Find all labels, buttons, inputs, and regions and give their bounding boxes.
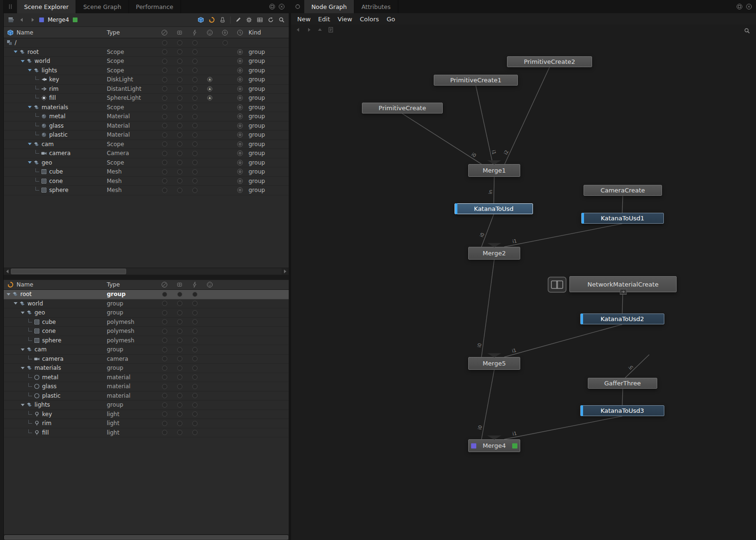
tree-row-slash[interactable]: / bbox=[4, 38, 289, 48]
up-arrow-icon[interactable] bbox=[317, 26, 323, 33]
toggle-circle[interactable] bbox=[177, 188, 182, 193]
toggle-circle[interactable] bbox=[177, 123, 182, 128]
tab-attributes[interactable]: Attributes bbox=[354, 0, 398, 13]
toggle-circle[interactable] bbox=[192, 319, 198, 324]
toggle-circle[interactable] bbox=[177, 96, 182, 101]
doc-icon[interactable] bbox=[327, 26, 334, 33]
expander-icon[interactable] bbox=[21, 312, 25, 314]
type-column-header[interactable]: Type bbox=[107, 29, 157, 36]
toggle-circle[interactable] bbox=[192, 310, 198, 315]
node-primitivecreate[interactable]: PrimitiveCreate bbox=[362, 103, 443, 113]
toggle-circle[interactable] bbox=[162, 402, 167, 408]
tree-row-world[interactable]: worldScopegroup bbox=[4, 57, 289, 66]
node-merge5[interactable]: Merge5 bbox=[468, 357, 520, 370]
toggle-circle[interactable] bbox=[162, 375, 167, 380]
cube-blue-icon[interactable] bbox=[198, 17, 204, 23]
explorer-hscrollbar[interactable] bbox=[4, 268, 289, 275]
toggle-circle[interactable] bbox=[192, 96, 198, 101]
tree-row-key[interactable]: keylight bbox=[4, 410, 289, 419]
tree-row-cone[interactable]: conepolymesh bbox=[4, 327, 289, 336]
toggle-circle[interactable] bbox=[162, 301, 167, 306]
toggle-column-header[interactable] bbox=[187, 280, 202, 289]
panel-splitter[interactable] bbox=[4, 275, 289, 280]
toggle-circle[interactable] bbox=[162, 77, 167, 82]
forward-arrow-icon[interactable] bbox=[306, 26, 312, 33]
scroll-track[interactable] bbox=[11, 268, 282, 275]
scroll-track[interactable] bbox=[4, 535, 289, 540]
toggle-circle[interactable] bbox=[162, 356, 167, 361]
scroll-left-arrow[interactable] bbox=[4, 268, 11, 275]
view-flag[interactable] bbox=[471, 443, 476, 448]
edit-flag[interactable] bbox=[512, 443, 517, 448]
toggle-circle[interactable] bbox=[192, 178, 198, 183]
toggle-circle[interactable] bbox=[192, 188, 198, 193]
node-merge4[interactable]: Merge4 bbox=[468, 439, 520, 452]
expander-icon[interactable] bbox=[21, 348, 25, 351]
expander-icon[interactable] bbox=[14, 302, 17, 305]
toggle-circle[interactable] bbox=[162, 49, 167, 54]
toggle-circle[interactable] bbox=[192, 114, 198, 119]
toggle-column-header[interactable] bbox=[202, 280, 217, 289]
toggle-circle[interactable] bbox=[162, 319, 167, 324]
toggle-circle[interactable] bbox=[162, 68, 167, 73]
toggle-circle[interactable] bbox=[192, 301, 198, 306]
toggle-circle[interactable] bbox=[177, 301, 182, 306]
toggle-circle[interactable] bbox=[162, 384, 167, 389]
tab-scene-explorer[interactable]: Scene Explorer bbox=[17, 0, 76, 13]
toggle-circle[interactable] bbox=[177, 366, 182, 371]
toggle-circle[interactable] bbox=[192, 105, 198, 110]
usd-swirl-icon[interactable] bbox=[208, 17, 215, 23]
toggle-circle[interactable] bbox=[162, 96, 167, 101]
toggle-column-header[interactable] bbox=[157, 27, 172, 38]
toggle-circle[interactable] bbox=[162, 132, 167, 138]
toggle-circle[interactable] bbox=[192, 393, 198, 398]
tree-row-fill[interactable]: fillSphereLightgroup bbox=[4, 94, 289, 103]
edit-flag[interactable] bbox=[73, 17, 77, 22]
toggle-circle[interactable] bbox=[162, 141, 167, 147]
toggle-circle[interactable] bbox=[177, 338, 182, 343]
menu-item-go[interactable]: Go bbox=[383, 16, 399, 23]
toggle-circle[interactable] bbox=[162, 151, 167, 156]
type-column-header[interactable]: Type bbox=[107, 281, 157, 288]
node-primitivecreate2[interactable]: PrimitiveCreate2 bbox=[507, 56, 592, 67]
toggle-circle[interactable] bbox=[177, 310, 182, 315]
node-katanatousd1[interactable]: KatanaToUsd1 bbox=[581, 213, 664, 224]
toggle-circle[interactable] bbox=[162, 338, 167, 343]
pencil-icon[interactable] bbox=[235, 17, 241, 23]
expander-icon[interactable] bbox=[21, 367, 25, 369]
expander-icon[interactable] bbox=[21, 60, 25, 62]
toggle-circle[interactable] bbox=[177, 86, 182, 91]
toggle-circle[interactable] bbox=[177, 40, 182, 45]
toggle-circle[interactable] bbox=[177, 178, 182, 183]
layers-icon[interactable] bbox=[8, 17, 14, 23]
toggle-circle[interactable] bbox=[177, 430, 182, 435]
toggle-circle[interactable] bbox=[192, 411, 198, 417]
tree-row-geo[interactable]: geogroup bbox=[4, 308, 289, 318]
eye-off-icon[interactable] bbox=[161, 281, 168, 288]
toggle-column-header[interactable] bbox=[202, 27, 217, 38]
toggle-column-header[interactable] bbox=[217, 27, 232, 38]
tree-row-sphere[interactable]: sphereMeshgroup bbox=[4, 186, 289, 195]
toggle-circle[interactable] bbox=[162, 178, 167, 183]
tree-row-key[interactable]: keyDiskLightgroup bbox=[4, 75, 289, 85]
toggle-circle[interactable] bbox=[192, 292, 198, 297]
close-circle-icon[interactable] bbox=[746, 3, 752, 10]
toggle-circle[interactable] bbox=[192, 59, 198, 64]
toggle-circle[interactable] bbox=[192, 356, 198, 361]
tree-row-cam[interactable]: camScopegroup bbox=[4, 140, 289, 149]
expander-icon[interactable] bbox=[28, 106, 32, 108]
toggle-circle[interactable] bbox=[192, 366, 198, 371]
scroll-right-arrow[interactable] bbox=[282, 268, 289, 275]
toggle-circle[interactable] bbox=[162, 59, 167, 64]
expander-icon[interactable] bbox=[28, 69, 32, 71]
name-column-header[interactable]: Name bbox=[4, 29, 107, 36]
toggle-circle[interactable] bbox=[192, 329, 198, 334]
node-katanatousd[interactable]: KatanaToUsd bbox=[455, 203, 533, 214]
node-merge1[interactable]: Merge1 bbox=[468, 164, 520, 177]
toggle-circle[interactable] bbox=[177, 384, 182, 389]
clock-icon[interactable] bbox=[237, 29, 243, 36]
back-arrow-icon[interactable] bbox=[18, 17, 25, 23]
tree-row-metal[interactable]: metalMaterialgroup bbox=[4, 112, 289, 122]
gear-icon[interactable] bbox=[246, 17, 252, 23]
node-merge2[interactable]: Merge2 bbox=[468, 247, 520, 260]
